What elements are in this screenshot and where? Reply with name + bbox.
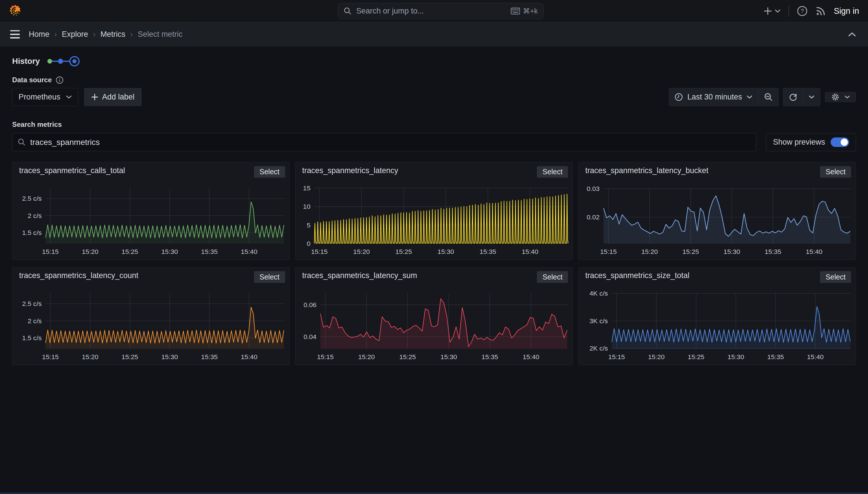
plus-icon (763, 6, 772, 16)
time-controls: Last 30 minutes (669, 88, 856, 107)
svg-text:15:25: 15:25 (688, 354, 705, 361)
history-node-step-icon[interactable] (58, 59, 63, 63)
svg-text:15:30: 15:30 (724, 248, 740, 255)
show-previews-label: Show previews (773, 138, 825, 147)
datasource-value: Prometheus (19, 93, 60, 101)
settings-button[interactable] (825, 92, 856, 102)
history-node-current-icon[interactable] (69, 56, 80, 67)
time-picker-group: Last 30 minutes (669, 88, 778, 107)
svg-text:2.5 c/s: 2.5 c/s (22, 195, 42, 203)
search-icon (343, 7, 352, 15)
gear-icon (831, 92, 840, 102)
select-metric-button[interactable]: Select (537, 271, 568, 283)
help-button[interactable]: ? (797, 5, 808, 17)
history-connector (63, 61, 69, 62)
grafana-logo[interactable] (9, 4, 22, 18)
breadcrumb-metrics[interactable]: Metrics (100, 30, 125, 39)
svg-text:15:20: 15:20 (353, 248, 370, 255)
breadcrumb-home[interactable]: Home (29, 30, 50, 39)
chevron-down-icon (775, 9, 781, 13)
query-controls: Prometheus Add label (12, 88, 141, 107)
new-menu-button[interactable] (763, 6, 781, 16)
history-node-start-icon[interactable] (47, 59, 52, 63)
panel-header: traces_spanmetrics_latency_sumSelect (295, 267, 573, 287)
time-range-label: Last 30 minutes (687, 93, 742, 101)
search-row: traces_spanmetrics Show previews (12, 133, 856, 152)
svg-text:15:25: 15:25 (122, 248, 138, 255)
svg-text:15:30: 15:30 (437, 248, 454, 255)
metric-chart: 1.5 c/s2 c/s2.5 c/s15:1515:2015:2515:301… (12, 182, 290, 260)
chevron-up-icon (848, 32, 856, 37)
select-metric-button[interactable]: Select (820, 166, 851, 178)
history-label: History (12, 57, 40, 66)
search-metrics-label-row: Search metrics (12, 119, 856, 129)
svg-text:15:30: 15:30 (440, 354, 457, 361)
add-label-button[interactable]: Add label (84, 88, 142, 107)
search-metrics-label: Search metrics (12, 120, 62, 128)
select-metric-button[interactable]: Select (254, 271, 285, 283)
info-icon (56, 76, 63, 84)
datasource-picker[interactable]: Prometheus (12, 88, 78, 107)
svg-text:15:25: 15:25 (395, 248, 412, 255)
svg-text:15:15: 15:15 (42, 248, 59, 255)
refresh-button[interactable] (783, 88, 803, 107)
panel-title: traces_spanmetrics_size_total (585, 271, 690, 280)
search-metrics-input[interactable]: traces_spanmetrics (12, 133, 756, 152)
history-connector (52, 61, 58, 62)
sign-in-link[interactable]: Sign in (834, 6, 859, 16)
svg-text:2 c/s: 2 c/s (28, 212, 42, 220)
collapse-header-button[interactable] (845, 31, 859, 37)
metric-panel: traces_spanmetrics_latency_sumSelect0.04… (295, 267, 573, 365)
metric-chart: 2K c/s3K c/s4K c/s15:1515:2015:2515:3015… (578, 287, 856, 365)
add-label-text: Add label (102, 93, 134, 101)
toolbar-divider (788, 5, 789, 17)
global-search-box[interactable]: Search or jump to... ⌘+k (338, 3, 544, 19)
select-metric-button[interactable]: Select (254, 166, 285, 178)
time-range-picker[interactable]: Last 30 minutes (669, 88, 758, 107)
svg-text:15:40: 15:40 (522, 248, 538, 255)
chevron-down-icon (809, 95, 814, 99)
svg-text:15:35: 15:35 (767, 354, 784, 361)
panel-title: traces_spanmetrics_latency_sum (302, 271, 417, 280)
svg-text:15:15: 15:15 (42, 354, 59, 361)
zoom-out-time-button[interactable] (758, 88, 778, 107)
svg-text:15:35: 15:35 (482, 354, 498, 361)
svg-text:15:40: 15:40 (241, 248, 258, 255)
svg-text:15:15: 15:15 (311, 248, 328, 255)
svg-text:4K c/s: 4K c/s (590, 289, 608, 297)
plus-icon (91, 93, 98, 101)
svg-text:2 c/s: 2 c/s (28, 317, 42, 325)
menu-icon[interactable] (9, 28, 21, 41)
svg-text:15:40: 15:40 (241, 354, 258, 361)
metric-previews-grid: traces_spanmetrics_calls_totalSelect1.5 … (12, 162, 856, 365)
breadcrumb: Home › Explore › Metrics › Select metric (29, 30, 182, 39)
search-icon (18, 138, 26, 146)
svg-text:15:30: 15:30 (727, 354, 744, 361)
svg-text:0.06: 0.06 (303, 301, 316, 308)
panel-title: traces_spanmetrics_latency (302, 166, 398, 175)
svg-text:15:40: 15:40 (807, 354, 824, 361)
svg-text:15:15: 15:15 (608, 354, 625, 361)
svg-text:15:20: 15:20 (358, 354, 375, 361)
svg-text:0.03: 0.03 (587, 185, 599, 192)
select-metric-button[interactable]: Select (537, 166, 568, 178)
breadcrumb-explore[interactable]: Explore (62, 30, 88, 39)
keyboard-shortcut-hint: ⌘+k (511, 7, 538, 15)
zoom-out-icon (764, 93, 773, 101)
panel-title: traces_spanmetrics_latency_bucket (585, 166, 708, 175)
global-search-placeholder: Search or jump to... (356, 6, 506, 16)
clock-icon (675, 93, 683, 101)
metric-panel: traces_spanmetrics_latency_bucketSelect0… (578, 162, 856, 260)
metric-chart: 1.5 c/s2 c/s2.5 c/s15:1515:2015:2515:301… (12, 287, 290, 365)
select-metric-button[interactable]: Select (820, 271, 851, 283)
panel-title: traces_spanmetrics_calls_total (19, 166, 125, 175)
svg-text:?: ? (801, 8, 804, 14)
svg-text:2.5 c/s: 2.5 c/s (22, 300, 42, 308)
svg-text:15:25: 15:25 (682, 248, 699, 255)
news-button[interactable] (815, 6, 826, 16)
history-timeline[interactable] (47, 56, 80, 67)
show-previews-toggle[interactable] (831, 137, 849, 147)
keyboard-icon (511, 7, 520, 15)
refresh-interval-dropdown[interactable] (803, 88, 821, 107)
search-metrics-value: traces_spanmetrics (30, 138, 100, 147)
